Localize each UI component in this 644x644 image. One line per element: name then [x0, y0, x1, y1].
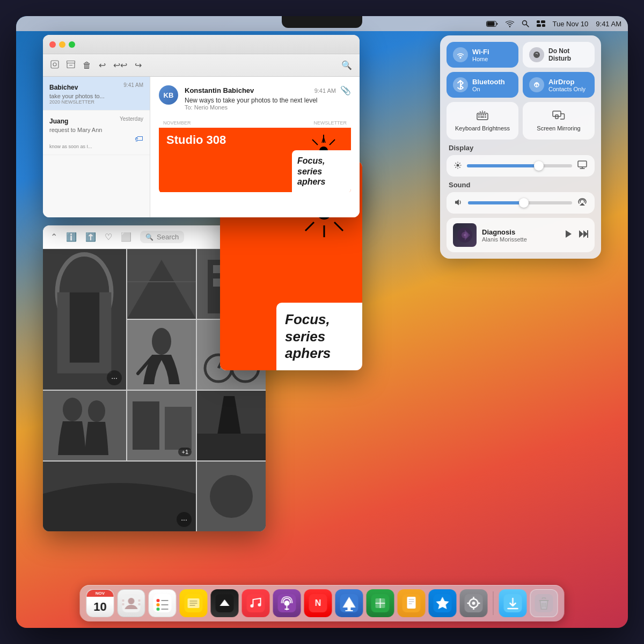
control-center-icon[interactable]: [537, 20, 545, 27]
reply-all-icon[interactable]: ↩↩: [113, 60, 127, 70]
cc-wifi-tile[interactable]: Wi-Fi Home: [447, 42, 518, 68]
dock-podcasts[interactable]: [273, 589, 301, 617]
photo-street[interactable]: [127, 249, 196, 319]
search-mail-icon[interactable]: 🔍: [341, 60, 352, 70]
mail-item-1[interactable]: Babichev 9:41 AM take your photos to... …: [43, 77, 150, 111]
skip-forward-button[interactable]: [579, 230, 588, 240]
photo-dance[interactable]: [127, 320, 196, 390]
cc-bluetooth-sublabel: On: [472, 86, 505, 92]
svg-marker-41: [583, 230, 588, 238]
newsletter-month: NOVEMBER: [163, 120, 191, 126]
cc-volume-slider[interactable]: [468, 201, 572, 204]
mail-sender-1: Babichev: [49, 84, 78, 91]
mail-time-2: Yesterday: [120, 116, 143, 122]
dock-keynote[interactable]: [335, 589, 363, 617]
mail-toolbar: 🗑 ↩ ↩↩ ↪ 🔍: [43, 54, 360, 77]
mail-list: Babichev 9:41 AM take your photos to... …: [43, 77, 150, 217]
svg-rect-15: [485, 114, 486, 115]
macbook-frame: Tue Nov 10 9:41 AM Wi-Fi: [16, 16, 628, 628]
dock-numbers[interactable]: [367, 589, 394, 617]
dock-contacts[interactable]: [118, 589, 145, 617]
mail-preview-1: take your photos to...: [49, 93, 143, 99]
search-menubar-icon[interactable]: [522, 20, 529, 27]
mail-time-1: 9:41 AM: [123, 82, 143, 88]
mail-header: KB Konstantin Babichev 9:41 AM 📎 New way…: [159, 85, 351, 111]
mail-sender-2: Juang: [49, 118, 68, 125]
svg-line-20: [480, 111, 481, 112]
dock-calendar[interactable]: NOV 10: [86, 589, 114, 617]
cc-screen-mirroring-tile[interactable]: Screen Mirroring: [523, 102, 595, 140]
photos-info-icon[interactable]: ℹ️: [66, 232, 77, 242]
dock-trash[interactable]: [530, 589, 558, 617]
photo-bottom-right[interactable]: [197, 462, 266, 531]
svg-rect-104: [138, 603, 141, 605]
photos-heart-icon[interactable]: ♡: [105, 232, 112, 242]
cc-airdrop-tile[interactable]: AirDrop Contacts Only: [523, 72, 595, 98]
svg-rect-17: [480, 116, 484, 118]
photos-share-icon[interactable]: ⬆️: [85, 232, 96, 242]
photo-misc[interactable]: +1: [127, 391, 196, 460]
cc-screen-mirroring-label: Screen Mirroring: [537, 125, 580, 131]
svg-point-119: [251, 604, 254, 608]
svg-point-122: [284, 601, 290, 606]
photo-arch[interactable]: ···: [43, 249, 126, 390]
dock-appletv[interactable]: [211, 589, 239, 617]
play-button[interactable]: [565, 230, 572, 240]
compose-icon[interactable]: [50, 60, 59, 71]
dock-news[interactable]: N: [304, 589, 332, 617]
mail-subject: New ways to take your photos to the next…: [185, 97, 351, 104]
photos-search-bar[interactable]: 🔍 Search: [140, 231, 184, 243]
svg-line-29: [456, 163, 457, 164]
dock-reminders[interactable]: [149, 589, 177, 617]
dock-notes[interactable]: [180, 589, 208, 617]
photos-back-icon[interactable]: ⌃: [50, 232, 57, 242]
dock-music[interactable]: [242, 589, 270, 617]
cc-brightness-slider[interactable]: [467, 164, 572, 167]
cc-screen-mirroring-icon: [552, 111, 565, 123]
minimize-button[interactable]: [59, 41, 65, 48]
dock-system-preferences[interactable]: [460, 589, 488, 617]
cc-sound-slider-row[interactable]: [447, 192, 595, 214]
battery-icon[interactable]: [486, 21, 498, 27]
cc-keyboard-brightness-tile[interactable]: Keyboard Brightness: [447, 102, 518, 140]
photo-more-icon[interactable]: ···: [107, 370, 122, 385]
cc-dnd-tile[interactable]: Do Not Disturb: [523, 42, 595, 68]
photos-more-icon[interactable]: ⬜: [121, 232, 131, 242]
svg-rect-5: [537, 20, 540, 23]
mail-body: Babichev 9:41 AM take your photos to... …: [43, 77, 360, 217]
dock-appstore[interactable]: [429, 589, 457, 617]
cc-display-slider-row[interactable]: [447, 155, 595, 177]
svg-rect-6: [541, 20, 545, 23]
close-button[interactable]: [49, 41, 56, 48]
menubar-time: 9:41 AM: [596, 20, 621, 28]
attachment-icon: 📎: [340, 85, 351, 96]
svg-line-32: [459, 163, 460, 164]
cc-keyboard-brightness-label: Keyboard Brightness: [455, 125, 510, 131]
svg-line-96: [334, 222, 343, 231]
focus-text-mail: Focus,seriesaphers: [297, 156, 346, 187]
photo-shadow[interactable]: [197, 391, 266, 460]
photo-couple[interactable]: [43, 391, 126, 460]
svg-point-9: [460, 57, 462, 58]
svg-rect-1: [487, 21, 494, 26]
archive-icon[interactable]: [67, 61, 75, 70]
wifi-menubar-icon[interactable]: [506, 20, 514, 27]
photo-bottom-wide[interactable]: ···: [43, 462, 196, 531]
photo-more-2-icon[interactable]: ···: [177, 512, 192, 527]
mail-item-2[interactable]: Juang Yesterday request to Mary Ann 🏷 kn…: [43, 111, 150, 155]
svg-rect-18: [485, 116, 486, 118]
svg-line-21: [484, 111, 485, 112]
cc-sound-label: Sound: [447, 181, 595, 189]
svg-rect-84: [165, 407, 192, 450]
dock-pages[interactable]: [398, 589, 426, 617]
svg-rect-42: [587, 230, 588, 238]
cc-airplay-icon[interactable]: [577, 197, 587, 208]
dock-downloads[interactable]: [499, 589, 527, 617]
cc-bluetooth-tile[interactable]: Bluetooth On: [447, 72, 518, 98]
trash-toolbar-icon[interactable]: 🗑: [83, 61, 91, 70]
fullscreen-button[interactable]: [69, 41, 75, 48]
reply-icon[interactable]: ↩: [99, 60, 106, 70]
forward-icon[interactable]: ↪: [135, 60, 142, 70]
svg-point-89: [210, 475, 253, 518]
cc-display-label: Display: [447, 144, 595, 152]
